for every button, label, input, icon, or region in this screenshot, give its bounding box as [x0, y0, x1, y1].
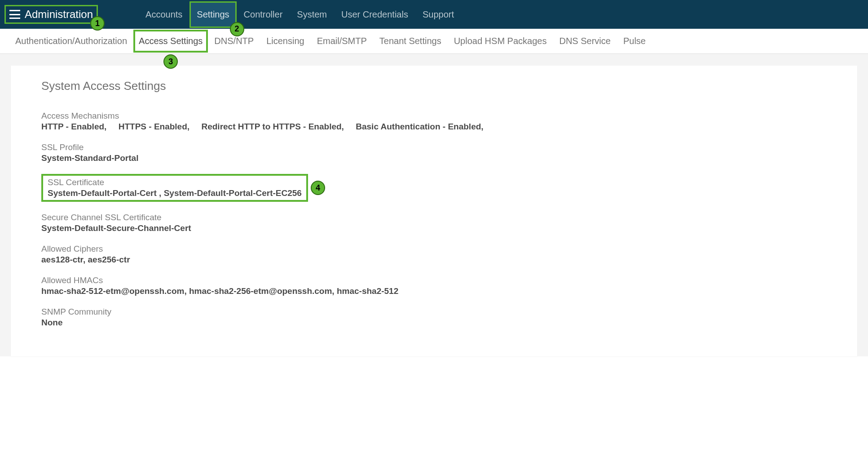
ssl-certificate-highlight: SSL Certificate System-Default-Portal-Ce…	[41, 174, 308, 202]
nav-settings-label: Settings	[197, 9, 229, 19]
content-panel: System Access Settings Access Mechanisms…	[11, 66, 857, 356]
secure-channel-label: Secure Channel SSL Certificate	[41, 213, 827, 222]
subnav-access-settings[interactable]: Access Settings 3	[133, 30, 208, 53]
top-nav: Administration 1 Accounts Settings 2 Con…	[0, 0, 868, 29]
page-title: System Access Settings	[41, 79, 827, 93]
admin-section-highlight: Administration 1	[4, 5, 98, 24]
subnav-emailsmtp[interactable]: Email/SMTP	[311, 30, 373, 53]
nav-accounts[interactable]: Accounts	[138, 1, 189, 28]
nav-controller[interactable]: Controller	[237, 1, 290, 28]
ssl-profile-value: System-Standard-Portal	[41, 153, 827, 163]
nav-system[interactable]: System	[290, 1, 334, 28]
callout-badge-1: 1	[90, 16, 105, 31]
allowed-hmacs-value: hmac-sha2-512-etm@openssh.com, hmac-sha2…	[41, 286, 827, 296]
allowed-ciphers-label: Allowed Ciphers	[41, 244, 827, 254]
nav-settings[interactable]: Settings 2	[189, 1, 236, 28]
ssl-profile-label: SSL Profile	[41, 142, 827, 152]
subnav-pulse[interactable]: Pulse	[617, 30, 652, 53]
page-section-title: Administration	[25, 8, 93, 21]
subnav-upload-hsm[interactable]: Upload HSM Packages	[448, 30, 553, 53]
allowed-hmacs-label: Allowed HMACs	[41, 275, 827, 285]
snmp-community-value: None	[41, 318, 827, 328]
allowed-ciphers-value: aes128-ctr, aes256-ctr	[41, 255, 827, 265]
secure-channel-value: System-Default-Secure-Channel-Cert	[41, 223, 827, 233]
nav-support[interactable]: Support	[415, 1, 461, 28]
ssl-certificate-value: System-Default-Portal-Cert , System-Defa…	[48, 188, 302, 198]
subnav-tenant-settings[interactable]: Tenant Settings	[373, 30, 448, 53]
callout-badge-2: 2	[230, 22, 244, 36]
hamburger-icon[interactable]	[9, 10, 20, 19]
nav-user-credentials[interactable]: User Credentials	[334, 1, 415, 28]
snmp-community-label: SNMP Community	[41, 307, 827, 317]
ssl-certificate-label: SSL Certificate	[48, 178, 302, 187]
callout-badge-3: 3	[163, 54, 178, 69]
callout-badge-4: 4	[311, 181, 325, 195]
subnav-auth[interactable]: Authentication/Authorization	[9, 30, 133, 53]
top-nav-items: Accounts Settings 2 Controller System Us…	[138, 1, 461, 28]
access-mechanisms-label: Access Mechanisms	[41, 111, 827, 121]
content-wrap: System Access Settings Access Mechanisms…	[0, 54, 868, 356]
subnav-licensing[interactable]: Licensing	[260, 30, 311, 53]
sub-nav: Authentication/Authorization Access Sett…	[0, 29, 868, 54]
subnav-dns-service[interactable]: DNS Service	[553, 30, 617, 53]
subnav-access-settings-label: Access Settings	[139, 36, 203, 46]
access-mechanisms-value: HTTP - Enabled, HTTPS - Enabled, Redirec…	[41, 122, 827, 132]
